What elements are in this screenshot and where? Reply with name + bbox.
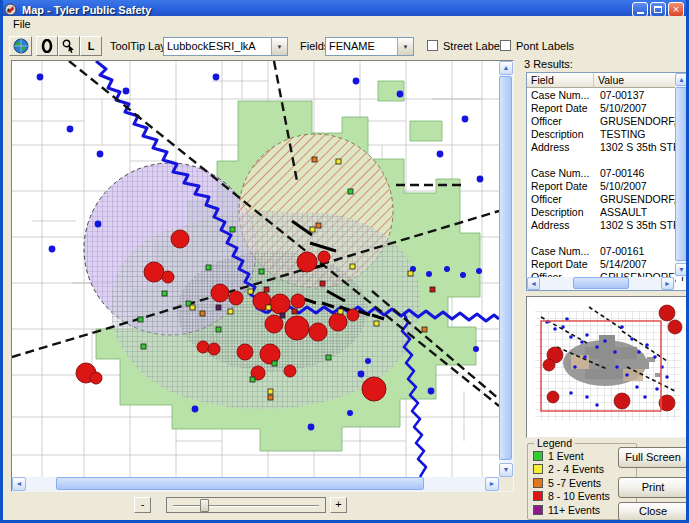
column-header-value[interactable]: Value (594, 73, 676, 88)
result-row[interactable]: OfficerGRUSENDORF, T (528, 193, 675, 206)
tooltip-layer-combo[interactable]: LubbockESRI_lkA ▼ (163, 37, 288, 56)
legend-item: 8 - 10 Events (533, 490, 610, 504)
result-value: GRUSENDORF, T (595, 115, 686, 128)
results-hscroll-thumb[interactable] (573, 277, 629, 289)
result-row[interactable]: Address1302 S 35th STREET (528, 219, 675, 232)
scroll-up-icon[interactable]: ▲ (499, 61, 513, 75)
close-button[interactable]: Close (618, 502, 688, 521)
result-row[interactable]: OfficerGRUSENDORF, T (528, 115, 675, 128)
results-listview[interactable]: Field Value Case Num...07-00137Report Da… (526, 72, 689, 291)
overview-map[interactable] (527, 297, 689, 437)
result-field: Report Date (528, 102, 595, 115)
legend-title: Legend (534, 437, 575, 449)
legend-item: 2 - 4 Events (533, 463, 610, 477)
zoom-out-button[interactable]: - (134, 497, 151, 513)
overview-map-panel[interactable] (526, 296, 689, 438)
menu-file[interactable]: File (9, 18, 35, 30)
result-row[interactable]: Address1302 S 35th STREET (528, 141, 675, 154)
result-field: Case Num... (528, 245, 595, 258)
legend-swatch (533, 478, 543, 488)
legend-item: 11+ Events (533, 503, 610, 517)
tooltip-layer-value: LubbockESRI_lkA (167, 40, 256, 52)
chevron-down-icon[interactable]: ▼ (271, 38, 287, 55)
legend-label: 5 -7 Events (548, 477, 601, 489)
select-tool-button[interactable] (58, 36, 80, 56)
scroll-up-icon[interactable]: ▲ (675, 73, 688, 86)
results-count-label: 3 Results: (524, 58, 573, 70)
label-tool-button[interactable]: L (80, 36, 102, 56)
scroll-left-icon[interactable]: ◄ (12, 477, 26, 491)
result-value: 5/10/2007 (595, 180, 647, 193)
result-row[interactable]: DescriptionASSAULT (528, 206, 675, 219)
point-labels-checkbox[interactable] (500, 40, 511, 51)
scroll-down-icon[interactable]: ▼ (499, 463, 513, 477)
minimize-icon (637, 6, 644, 14)
legend-items: 1 Event2 - 4 Events5 -7 Events8 - 10 Eve… (533, 449, 610, 517)
legend-label: 2 - 4 Events (548, 463, 604, 475)
map-canvas[interactable] (12, 61, 499, 477)
results-rows: Case Num...07-00137Report Date5/10/2007O… (528, 89, 675, 284)
map-horizontal-scrollbar[interactable]: ◄ ► (12, 477, 499, 491)
menu-bar: File (3, 16, 686, 31)
full-screen-button[interactable]: Full Screen (618, 447, 688, 468)
window-title: Map - Tyler Public Safety (22, 4, 151, 16)
result-value: ASSAULT (595, 206, 647, 219)
scroll-right-icon[interactable]: ► (485, 477, 499, 491)
legend-item: 5 -7 Events (533, 476, 610, 490)
minimize-button[interactable] (632, 2, 648, 17)
legend-swatch (533, 464, 543, 474)
result-row[interactable]: Case Num...07-00161 (528, 245, 675, 258)
map-panel: ▲ ▼ ◄ ► (11, 60, 514, 492)
result-field: Officer (528, 193, 595, 206)
result-field: Report Date (528, 258, 595, 271)
toolbar: L ToolTip Layer LubbockESRI_lkA ▼ Fields… (3, 31, 686, 58)
slider-track (173, 505, 319, 507)
result-value: TESTING (595, 128, 646, 141)
maximize-button[interactable] (650, 2, 666, 17)
close-window-button[interactable]: × (668, 2, 684, 17)
street-labels-checkbox[interactable] (427, 40, 438, 51)
map-hscroll-thumb[interactable] (56, 477, 424, 490)
close-icon: × (673, 5, 679, 14)
chevron-down-icon[interactable]: ▼ (397, 38, 413, 55)
result-row[interactable]: Case Num...07-00137 (528, 89, 675, 102)
result-row[interactable]: Report Date5/14/2007 (528, 258, 675, 271)
result-value: 07-00137 (595, 89, 644, 102)
legend-item: 1 Event (533, 449, 610, 463)
result-value: GRUSENDORF, T (595, 193, 686, 206)
label-tool-letter: L (88, 40, 95, 52)
result-field: Officer (528, 115, 595, 128)
zoom-in-button[interactable]: + (330, 497, 347, 513)
results-vscroll-thumb[interactable] (675, 87, 687, 261)
select-arrow-icon (62, 39, 76, 53)
fields-combo[interactable]: FENAME ▼ (325, 37, 414, 56)
legend-label: 8 - 10 Events (548, 490, 610, 502)
result-value: 07-00161 (595, 245, 644, 258)
result-value: 5/14/2007 (595, 258, 647, 271)
result-row[interactable]: DescriptionTESTING (528, 128, 675, 141)
legend-label: 1 Event (548, 450, 584, 462)
identify-tool-button[interactable] (36, 36, 58, 56)
zoom-slider[interactable] (166, 497, 326, 513)
print-button[interactable]: Print (618, 477, 688, 498)
result-field: Case Num... (528, 89, 595, 102)
result-row[interactable]: Report Date5/10/2007 (528, 180, 675, 193)
results-horizontal-scrollbar[interactable]: ◄ ► (527, 277, 675, 290)
result-field: Description (528, 128, 595, 141)
column-header-field[interactable]: Field (527, 73, 594, 88)
result-row[interactable]: Case Num...07-00146 (528, 167, 675, 180)
map-vscroll-thumb[interactable] (499, 76, 512, 460)
app-icon (4, 3, 17, 16)
results-vertical-scrollbar[interactable]: ▲ ▼ (675, 73, 688, 277)
scroll-right-icon[interactable]: ► (661, 277, 674, 290)
result-row[interactable]: Report Date5/10/2007 (528, 102, 675, 115)
slider-thumb[interactable] (200, 499, 209, 512)
result-field: Report Date (528, 180, 595, 193)
result-field: Address (528, 219, 595, 232)
fields-value: FENAME (329, 40, 375, 52)
scroll-down-icon[interactable]: ▼ (675, 263, 688, 276)
info-icon (41, 39, 53, 53)
map-vertical-scrollbar[interactable]: ▲ ▼ (499, 61, 513, 477)
scroll-left-icon[interactable]: ◄ (527, 277, 540, 290)
globe-tool-button[interactable] (9, 36, 32, 56)
